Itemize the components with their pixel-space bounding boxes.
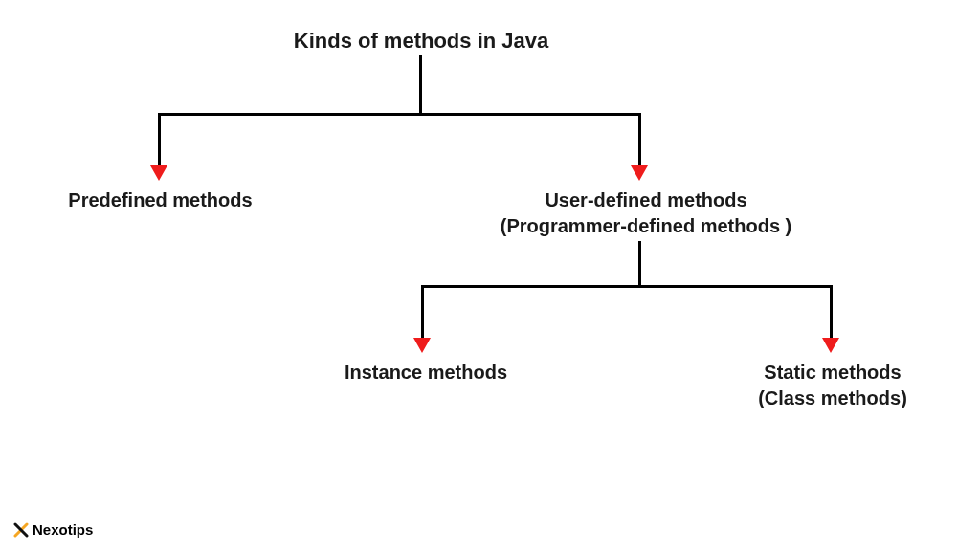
node-user-defined-line2: (Programmer-defined methods ) xyxy=(459,213,833,239)
node-user-defined-methods: User-defined methods (Programmer-defined… xyxy=(459,187,833,239)
diagram-title: Kinds of methods in Java xyxy=(254,27,589,55)
arrow-down-icon xyxy=(631,165,648,181)
node-predefined-methods: Predefined methods xyxy=(53,187,268,213)
connector-line xyxy=(158,113,161,165)
connector-line xyxy=(638,113,641,165)
connector-line xyxy=(830,285,833,338)
connector-line xyxy=(638,241,641,287)
brand-logo-icon xyxy=(13,522,29,538)
arrow-down-icon xyxy=(150,165,167,181)
node-static-line2: (Class methods) xyxy=(727,386,938,411)
connector-line xyxy=(419,55,422,115)
brand-badge: Nexotips xyxy=(13,521,93,538)
node-user-defined-line1: User-defined methods xyxy=(459,187,833,213)
connector-line xyxy=(421,285,424,338)
node-instance-methods: Instance methods xyxy=(325,360,526,386)
connector-line xyxy=(421,285,833,288)
brand-name: Nexotips xyxy=(33,521,93,538)
node-static-line1: Static methods xyxy=(727,360,938,386)
arrow-down-icon xyxy=(413,338,431,353)
connector-line xyxy=(158,113,641,116)
arrow-down-icon xyxy=(822,338,839,353)
node-static-methods: Static methods (Class methods) xyxy=(727,360,938,411)
